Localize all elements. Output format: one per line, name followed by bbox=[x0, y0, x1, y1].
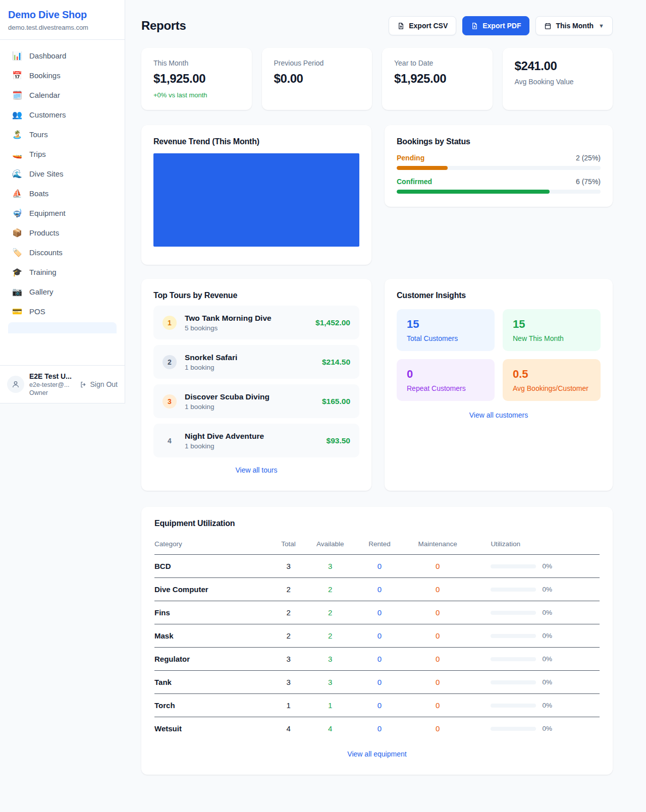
sidebar-item-dashboard[interactable]: 📊 Dashboard bbox=[4, 46, 121, 66]
sidebar-item-boats[interactable]: ⛵ Boats bbox=[4, 184, 121, 203]
sidebar-item-label: Trips bbox=[29, 150, 46, 158]
progress-fill bbox=[397, 166, 448, 170]
tour-revenue: $1,452.00 bbox=[315, 318, 350, 327]
period-select-button[interactable]: This Month ▼ bbox=[535, 16, 613, 35]
insight-repeat-customers: 0 Repeat Customers bbox=[397, 359, 495, 401]
user-email: e2e-tester@... bbox=[29, 381, 72, 388]
sidebar-item-products[interactable]: 📦 Products bbox=[4, 223, 121, 243]
insight-label: Total Customers bbox=[407, 334, 484, 342]
sidebar-item-customers[interactable]: 👥 Customers bbox=[4, 105, 121, 125]
tour-revenue: $93.50 bbox=[327, 436, 350, 445]
export-pdf-label: Export PDF bbox=[482, 22, 521, 30]
table-row: Wetsuit 4 4 0 0 0% bbox=[154, 717, 600, 740]
export-pdf-button[interactable]: Export PDF bbox=[462, 16, 529, 35]
stat-label: This Month bbox=[153, 59, 240, 67]
customer-insights-title: Customer Insights bbox=[397, 291, 601, 300]
tour-name: Two Tank Morning Dive bbox=[185, 314, 272, 323]
table-row: Torch 1 1 0 0 0% bbox=[154, 694, 600, 717]
user-name: E2E Test U... bbox=[29, 372, 72, 380]
mid-row: Top Tours by Revenue 1 Two Tank Morning … bbox=[141, 279, 613, 491]
stat-card-previous-period: Previous Period $0.00 bbox=[262, 48, 372, 110]
status-label: Pending bbox=[397, 154, 424, 162]
sidebar-item-calendar[interactable]: 🗓️ Calendar bbox=[4, 85, 121, 105]
export-csv-label: Export CSV bbox=[409, 22, 448, 30]
column-header: Total bbox=[271, 536, 306, 555]
column-header: Category bbox=[154, 536, 271, 555]
insight-label: Avg Bookings/Customer bbox=[513, 384, 590, 392]
credit-card-icon: 💳 bbox=[12, 307, 22, 316]
sidebar-item-discounts[interactable]: 🏷️ Discounts bbox=[4, 243, 121, 262]
sidebar-item-label: Dashboard bbox=[29, 51, 66, 60]
insight-value: 15 bbox=[513, 318, 590, 331]
table-row: Tank 3 3 0 0 0% bbox=[154, 671, 600, 694]
bookings-by-status-card: Bookings by Status Pending 2 (25%) Confi… bbox=[385, 125, 613, 207]
user-role: Owner bbox=[29, 389, 72, 396]
wave-icon: 🌊 bbox=[12, 169, 22, 179]
diving-mask-icon: 🤿 bbox=[12, 208, 22, 218]
column-header: Available bbox=[306, 536, 354, 555]
sign-out-button[interactable]: Sign Out bbox=[80, 380, 118, 388]
charts-row: Revenue Trend (This Month) Bookings by S… bbox=[141, 125, 613, 265]
export-csv-button[interactable]: Export CSV bbox=[389, 16, 456, 35]
sidebar-item-training[interactable]: 🎓 Training bbox=[4, 262, 121, 282]
sidebar-item-tours[interactable]: 🏝️ Tours bbox=[4, 125, 121, 144]
view-all-equipment-link[interactable]: View all equipment bbox=[154, 750, 600, 758]
stat-card-year-to-date: Year to Date $1,925.00 bbox=[382, 48, 493, 110]
view-all-tours-link[interactable]: View all tours bbox=[153, 466, 359, 474]
tour-name: Night Dive Adventure bbox=[185, 432, 264, 441]
sailboat-icon: ⛵ bbox=[12, 189, 22, 198]
progress-fill bbox=[397, 190, 550, 194]
status-row-pending: Pending 2 (25%) bbox=[397, 154, 601, 170]
table-row: Dive Computer 2 2 0 0 0% bbox=[154, 578, 600, 601]
sidebar-item-label: Customers bbox=[29, 110, 66, 119]
sidebar-item-bookings[interactable]: 📅 Bookings bbox=[4, 66, 121, 85]
avatar bbox=[7, 376, 24, 393]
list-item: 1 Two Tank Morning Dive 5 bookings $1,45… bbox=[153, 306, 359, 339]
list-item: 2 Snorkel Safari 1 booking $214.50 bbox=[153, 345, 359, 379]
file-download-icon bbox=[397, 22, 405, 30]
file-download-icon bbox=[471, 22, 478, 30]
insight-value: 15 bbox=[407, 318, 484, 331]
stat-value: $241.00 bbox=[515, 59, 601, 73]
sidebar-item-equipment[interactable]: 🤿 Equipment bbox=[4, 203, 121, 223]
sidebar-nav: 📊 Dashboard 📅 Bookings 🗓️ Calendar 👥 Cus… bbox=[0, 40, 125, 333]
people-icon: 👥 bbox=[12, 110, 22, 120]
insight-label: Repeat Customers bbox=[407, 384, 484, 392]
sidebar-item-gallery[interactable]: 📷 Gallery bbox=[4, 282, 121, 302]
equipment-utilization-card: Equipment Utilization Category Total Ava… bbox=[141, 507, 613, 775]
tour-revenue: $165.00 bbox=[322, 397, 350, 406]
insight-total-customers: 15 Total Customers bbox=[397, 309, 495, 351]
status-label: Confirmed bbox=[397, 178, 432, 186]
user-panel: E2E Test U... e2e-tester@... Owner Sign … bbox=[0, 365, 125, 403]
calendar-icon: 📅 bbox=[12, 71, 22, 80]
sign-out-label: Sign Out bbox=[90, 380, 118, 388]
utilization-bar bbox=[491, 704, 536, 708]
brand-domain: demo.test.divestreams.com bbox=[8, 24, 117, 31]
stat-card-this-month: This Month $1,925.00 +0% vs last month bbox=[141, 48, 252, 110]
equipment-utilization-title: Equipment Utilization bbox=[154, 519, 600, 528]
page-header: Reports Export CSV Export PDF This Month bbox=[141, 16, 613, 35]
utilization-bar bbox=[491, 727, 536, 731]
sidebar-item-reports-active[interactable] bbox=[8, 322, 117, 333]
column-header: Utilization bbox=[470, 536, 600, 555]
sidebar-item-label: Bookings bbox=[29, 71, 61, 80]
insight-new-this-month: 15 New This Month bbox=[503, 309, 601, 351]
tour-name: Snorkel Safari bbox=[185, 353, 237, 362]
sidebar-item-dive-sites[interactable]: 🌊 Dive Sites bbox=[4, 164, 121, 184]
sidebar-item-pos[interactable]: 💳 POS bbox=[4, 302, 121, 321]
sidebar: Demo Dive Shop demo.test.divestreams.com… bbox=[0, 0, 125, 403]
table-row: Fins 2 2 0 0 0% bbox=[154, 601, 600, 624]
status-row-confirmed: Confirmed 6 (75%) bbox=[397, 178, 601, 194]
insight-value: 0.5 bbox=[513, 368, 590, 381]
stats-row: This Month $1,925.00 +0% vs last month P… bbox=[141, 48, 613, 110]
view-all-customers-link[interactable]: View all customers bbox=[397, 411, 601, 419]
utilization-bar bbox=[491, 680, 536, 684]
table-row: BCD 3 3 0 0 0% bbox=[154, 555, 600, 578]
sidebar-item-label: Calendar bbox=[29, 91, 60, 99]
stat-delta: +0% vs last month bbox=[153, 91, 240, 99]
tour-bookings: 1 booking bbox=[185, 364, 237, 371]
table-row: Mask 2 2 0 0 0% bbox=[154, 624, 600, 648]
rank-badge: 2 bbox=[163, 355, 177, 369]
sidebar-item-trips[interactable]: 🚤 Trips bbox=[4, 144, 121, 164]
sidebar-item-label: Equipment bbox=[29, 209, 66, 217]
